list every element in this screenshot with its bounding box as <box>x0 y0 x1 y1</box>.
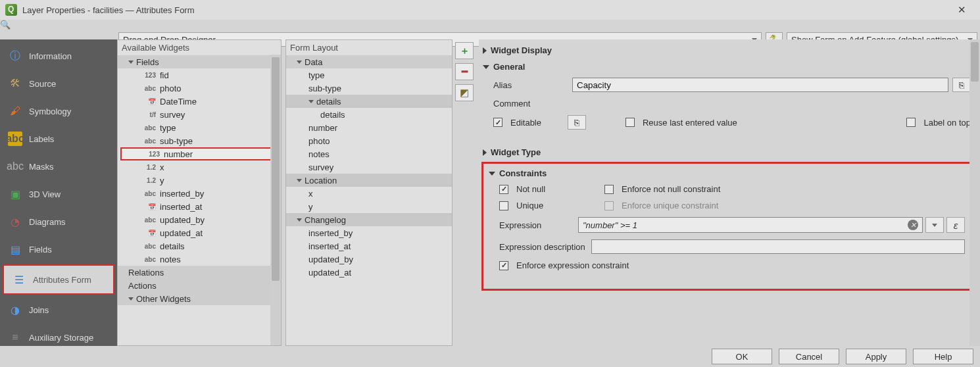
sidebar-item-fields[interactable]: ▤Fields <box>0 235 117 263</box>
sidebar-item-source[interactable]: 🛠Source <box>0 70 117 97</box>
field-item[interactable]: 1.2x <box>118 160 281 174</box>
section-widget-display[interactable]: Widget Display <box>481 43 975 57</box>
tree-group-label: Other Widgets <box>136 294 191 304</box>
expression-builder-button[interactable]: ε <box>946 217 965 233</box>
sidebar-search-input[interactable]: 🔍 <box>0 20 980 30</box>
sidebar-item-joins[interactable]: ◑Joins <box>0 296 117 324</box>
enforce-not-null-checkbox[interactable] <box>604 185 614 194</box>
scrollbar[interactable] <box>270 55 281 345</box>
sidebar-item-diagrams[interactable]: ◔Diagrams <box>0 208 117 235</box>
collapse-icon[interactable] <box>297 179 302 182</box>
collapse-icon[interactable] <box>308 100 314 103</box>
collapse-icon[interactable] <box>297 218 302 222</box>
close-icon[interactable]: ✕ <box>948 4 975 16</box>
field-item[interactable]: 📅inserted_at <box>118 200 281 213</box>
not-null-checkbox[interactable] <box>499 185 508 194</box>
field-item[interactable]: 📅updated_at <box>118 226 281 239</box>
field-item[interactable]: t/fsurvey <box>118 108 281 121</box>
layout-item[interactable]: notes <box>286 147 452 160</box>
reuse-checkbox[interactable] <box>625 118 635 127</box>
field-name: x <box>308 189 313 199</box>
sidebar-item-3d-view[interactable]: ▣3D View <box>0 180 117 208</box>
layout-item[interactable]: details <box>286 108 452 121</box>
sidebar-item-label: Symbology <box>29 107 71 116</box>
field-item[interactable]: 1.2y <box>118 174 281 187</box>
field-item[interactable]: abcupdated_by <box>118 213 281 226</box>
add-button[interactable]: ＋ <box>455 42 474 59</box>
form-layout-tree[interactable]: Data type sub-type details details numbe… <box>286 55 452 345</box>
layout-item[interactable]: x <box>286 187 452 200</box>
layout-item[interactable]: updated_by <box>286 253 452 266</box>
available-widgets-tree[interactable]: Fields 123fid abcphoto 📅DateTime t/fsurv… <box>118 55 281 345</box>
layout-item[interactable]: updated_at <box>286 266 452 279</box>
field-item[interactable]: 📅DateTime <box>118 95 281 108</box>
field-name: number <box>164 149 193 159</box>
section-constraints[interactable]: Constraints <box>487 166 969 180</box>
ok-button[interactable]: OK <box>712 349 772 364</box>
field-item[interactable]: abcdetails <box>118 239 281 253</box>
layout-item[interactable]: inserted_at <box>286 239 452 253</box>
section-widget-type[interactable]: Widget Type <box>481 145 975 159</box>
section-general[interactable]: General <box>481 60 975 74</box>
tree-group-label: Data <box>305 57 322 67</box>
field-item[interactable]: abcinserted_by <box>118 187 281 200</box>
apply-button[interactable]: Apply <box>846 349 906 364</box>
sidebar-item-information[interactable]: ⓘInformation <box>0 42 117 70</box>
layout-item[interactable]: inserted_by <box>286 226 452 239</box>
field-item[interactable]: abctype <box>118 121 281 134</box>
date-icon: 📅 <box>140 230 156 237</box>
sidebar-item-symbology[interactable]: 🖌Symbology <box>0 97 117 125</box>
help-button[interactable]: Help <box>913 349 973 364</box>
section-title: General <box>493 62 525 72</box>
field-item[interactable]: abcphoto <box>118 82 281 95</box>
sidebar-item-attributes-form[interactable]: ☰Attributes Form <box>3 264 114 295</box>
cube-icon: ▣ <box>8 187 22 201</box>
field-item[interactable]: abcnotes <box>118 253 281 266</box>
expr-desc-input[interactable] <box>591 239 965 254</box>
layout-item[interactable]: type <box>286 68 452 82</box>
field-item-number[interactable]: 123number <box>120 147 278 160</box>
fields-icon: ▤ <box>8 242 22 257</box>
remove-button[interactable]: ━ <box>455 63 474 80</box>
sidebar-item-label: Fields <box>29 245 52 255</box>
field-name: updated_at <box>308 268 351 278</box>
field-name: survey <box>308 162 333 172</box>
collapse-icon[interactable] <box>128 297 134 301</box>
layout-item[interactable]: photo <box>286 134 452 147</box>
field-name: updated_at <box>160 228 203 238</box>
form-icon: ☰ <box>12 272 26 287</box>
tree-group[interactable]: Actions <box>118 279 281 292</box>
collapse-icon[interactable] <box>128 61 134 64</box>
field-item[interactable]: abcsub-type <box>118 134 281 147</box>
unique-checkbox[interactable] <box>499 201 508 210</box>
expression-input[interactable]: "number" >= 1 ✕ <box>578 217 923 233</box>
editable-override-button[interactable]: ⎘ <box>568 115 586 130</box>
layout-item[interactable]: sub-type <box>286 82 452 95</box>
sidebar-item-label: Information <box>29 51 72 61</box>
sidebar-item-labels[interactable]: abcLabels <box>0 125 117 153</box>
right-scrollbar[interactable] <box>969 39 980 346</box>
label-on-top-checkbox[interactable] <box>906 118 916 127</box>
editable-checkbox[interactable] <box>493 118 502 127</box>
layout-item[interactable]: survey <box>286 160 452 174</box>
expression-dropdown-button[interactable] <box>925 217 944 233</box>
tree-group[interactable]: Relations <box>118 266 281 279</box>
tree-group[interactable]: Other Widgets <box>118 292 281 305</box>
add-tab-button[interactable]: ◩ <box>455 84 474 101</box>
section-title: Widget Display <box>491 45 552 55</box>
layout-item[interactable]: number <box>286 121 452 134</box>
app-icon <box>5 4 17 16</box>
alias-override-button[interactable]: ⎘ <box>952 78 971 92</box>
layout-item[interactable]: y <box>286 200 452 213</box>
collapse-icon[interactable] <box>297 61 302 64</box>
alias-input[interactable] <box>572 78 948 92</box>
enforce-expr-checkbox[interactable] <box>499 261 508 270</box>
field-item[interactable]: 123fid <box>118 68 281 82</box>
sidebar-item-masks[interactable]: abcMasks <box>0 153 117 180</box>
field-name: photo <box>160 84 182 93</box>
field-name: inserted_at <box>308 241 351 251</box>
field-name: sub-type <box>160 136 193 146</box>
date-icon: 📅 <box>140 98 156 105</box>
cancel-button[interactable]: Cancel <box>779 349 839 364</box>
clear-icon[interactable]: ✕ <box>908 220 918 230</box>
